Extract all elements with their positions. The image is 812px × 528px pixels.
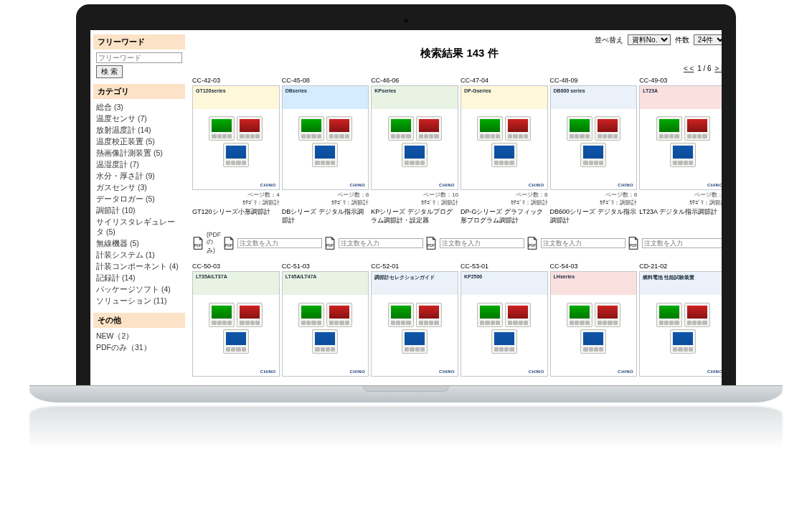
category-item[interactable]: 放射温度計 (14) bbox=[96, 125, 182, 136]
svg-text:PDF: PDF bbox=[630, 243, 637, 248]
pdf-icon[interactable]: PDF bbox=[628, 237, 639, 250]
sort-select[interactable]: 資料No. bbox=[628, 34, 671, 45]
product-code: CC-46-06 bbox=[371, 77, 458, 84]
category-item[interactable]: サイリスタレギュレータ (5) bbox=[96, 217, 182, 238]
screen-bezel: フリーワード 検 索 カテゴリ 総合 (3)温度センサ (7)放射温度計 (14… bbox=[76, 4, 736, 385]
product-code: CC-49-03 bbox=[639, 77, 722, 84]
category-item[interactable]: 水分・厚さ計 (9) bbox=[96, 171, 182, 182]
freeword-input[interactable] bbox=[96, 52, 182, 63]
quantity-row: PDF (PDFのみ)PDF PDF PDF PDF PDF bbox=[192, 231, 722, 255]
pdf-icon[interactable]: PDF bbox=[425, 237, 437, 250]
product-thumbnail[interactable]: KP2500 bbox=[461, 271, 548, 376]
product-thumbnail[interactable]: LHseries bbox=[550, 271, 638, 376]
product-code: CC-52-01 bbox=[371, 263, 458, 270]
other-item[interactable]: PDFのみ（31） bbox=[96, 342, 182, 354]
product-card: CD-21-02 燃料電池 性能試験装置 bbox=[639, 263, 722, 376]
product-title[interactable]: DBシリーズ デジタル指示調節計 bbox=[282, 208, 369, 225]
product-title[interactable]: DB600シリーズ デジタル指示調節計 bbox=[550, 208, 638, 225]
category-item[interactable]: ソリューション (11) bbox=[96, 296, 182, 307]
pdf-icon[interactable]: PDF bbox=[527, 237, 538, 250]
product-thumbnail[interactable]: GT120series bbox=[192, 85, 280, 190]
product-thumbnail[interactable]: DBseries bbox=[282, 85, 369, 190]
product-thumbnail[interactable]: DB600 series bbox=[550, 85, 638, 190]
product-title[interactable]: GT120シリーズ小形調節計 bbox=[192, 208, 280, 225]
sort-label: 並べ替え bbox=[595, 35, 623, 45]
other-item[interactable]: NEW（2） bbox=[96, 331, 182, 342]
product-code: CC-53-01 bbox=[461, 263, 548, 270]
other-list: NEW（2）PDFのみ（31） bbox=[96, 331, 182, 354]
sidebar: フリーワード 検 索 カテゴリ 総合 (3)温度センサ (7)放射温度計 (14… bbox=[90, 30, 188, 385]
qty-input[interactable] bbox=[642, 238, 722, 248]
svg-text:PDF: PDF bbox=[225, 243, 232, 248]
category-item[interactable]: 総合 (3) bbox=[96, 102, 182, 113]
category-item[interactable]: 計装コンポーネント (4) bbox=[96, 261, 182, 273]
per-select[interactable]: 24件 bbox=[694, 34, 722, 45]
screen: フリーワード 検 索 カテゴリ 総合 (3)温度センサ (7)放射温度計 (14… bbox=[90, 30, 722, 385]
product-thumbnail[interactable]: 調節計セレクションガイド bbox=[371, 271, 458, 376]
product-thumbnail[interactable]: LT45A/LT47A bbox=[282, 271, 369, 376]
category-list: 総合 (3)温度センサ (7)放射温度計 (14)温度校正装置 (5)熱画像計測… bbox=[96, 102, 182, 307]
svg-text:PDF: PDF bbox=[326, 243, 334, 248]
category-item[interactable]: ガスセンサ (3) bbox=[96, 182, 182, 194]
product-card: CC-42-03 GT120series ページ数：4ｶﾃｺﾞﾘ：調節計 GT1… bbox=[192, 77, 280, 225]
reflection bbox=[29, 406, 783, 449]
qty-bar: PDF bbox=[324, 231, 423, 255]
result-title: 検索結果 143 件 bbox=[192, 47, 722, 60]
category-item[interactable]: 調節計 (10) bbox=[96, 205, 182, 217]
product-title[interactable]: DP-Gシリーズ グラフィック形プログラム調節計 bbox=[461, 208, 548, 225]
product-meta: ページ数：8ｶﾃｺﾞﾘ：調節計 bbox=[550, 192, 638, 207]
category-item[interactable]: パッケージソフト (4) bbox=[96, 284, 182, 296]
pdf-icon[interactable]: PDF bbox=[223, 237, 235, 250]
search-button[interactable]: 検 索 bbox=[96, 65, 123, 78]
category-item[interactable]: 温度校正装置 (5) bbox=[96, 136, 182, 148]
laptop-mock: フリーワード 検 索 カテゴリ 総合 (3)温度センサ (7)放射温度計 (14… bbox=[76, 4, 736, 453]
pager: < < 1 / 6 > > bbox=[192, 65, 722, 72]
product-meta: ページ数：4ｶﾃｺﾞﾘ：調節計 bbox=[192, 192, 280, 207]
product-card: CC-50-03 LT35A/LT37A bbox=[192, 263, 280, 376]
product-thumbnail[interactable]: 燃料電池 性能試験装置 bbox=[639, 271, 722, 376]
pager-next[interactable]: > > bbox=[713, 65, 722, 72]
laptop-base bbox=[29, 385, 783, 402]
category-item[interactable]: 温湿度計 (7) bbox=[96, 159, 182, 171]
pdf-icon[interactable]: PDF bbox=[192, 237, 204, 250]
qty-bar: PDF bbox=[527, 231, 625, 255]
product-thumbnail[interactable]: LT35A/LT37A bbox=[192, 271, 280, 376]
product-thumbnail[interactable]: LT23A bbox=[639, 85, 722, 190]
product-card: CC-47-04 DP-Gseries ページ数：8ｶﾃｺﾞﾘ：調節計 DP-G… bbox=[461, 77, 548, 225]
category-item[interactable]: 温度センサ (7) bbox=[96, 113, 182, 125]
product-code: CC-48-09 bbox=[550, 77, 638, 84]
qty-input[interactable] bbox=[541, 238, 625, 248]
freeword-heading: フリーワード bbox=[93, 34, 185, 50]
svg-text:PDF: PDF bbox=[428, 243, 435, 248]
qty-input[interactable] bbox=[237, 238, 322, 248]
product-code: CD-21-02 bbox=[639, 263, 722, 270]
product-code: CC-42-03 bbox=[192, 77, 280, 84]
category-item[interactable]: 無線機器 (5) bbox=[96, 238, 182, 250]
category-item[interactable]: データロガー (5) bbox=[96, 194, 182, 205]
product-thumbnail[interactable]: KPseries bbox=[371, 85, 458, 190]
qty-bar: PDF bbox=[223, 231, 322, 255]
category-item[interactable]: 記録計 (14) bbox=[96, 273, 182, 284]
pager-prev[interactable]: < < bbox=[682, 65, 695, 72]
product-card: CC-51-03 LT45A/LT47A bbox=[282, 263, 369, 376]
pager-position: 1 / 6 bbox=[697, 65, 711, 72]
product-code: CC-47-04 bbox=[461, 77, 548, 84]
product-grid-2: CC-50-03 LT35A/LT37A CC-51-03 LT45A/LT47… bbox=[192, 263, 722, 376]
category-item[interactable]: 計装システム (1) bbox=[96, 250, 182, 261]
product-card: CC-46-06 KPseries ページ数：10ｶﾃｺﾞﾘ：調節計 KPシリー… bbox=[371, 77, 458, 225]
product-title[interactable]: KPシリーズ デジタルプログラム調節計・設定器 bbox=[371, 208, 458, 225]
other-heading: その他 bbox=[93, 313, 185, 328]
main-content: 並べ替え 資料No. 件数 24件 検索結果 143 件 < < 1 / 6 bbox=[188, 30, 722, 385]
product-meta: ページ数：8ｶﾃｺﾞﾘ：調節計 bbox=[461, 192, 548, 207]
product-title[interactable]: LT23A デジタル指示調節計 bbox=[639, 208, 722, 225]
product-code: CC-45-08 bbox=[282, 77, 369, 84]
product-code: CC-51-03 bbox=[282, 263, 369, 270]
product-card: CC-52-01 調節計セレクションガイド bbox=[371, 263, 458, 376]
product-thumbnail[interactable]: DP-Gseries bbox=[461, 85, 548, 190]
qty-input[interactable] bbox=[339, 238, 423, 248]
per-label: 件数 bbox=[675, 35, 689, 45]
category-item[interactable]: 熱画像計測装置 (5) bbox=[96, 148, 182, 159]
qty-input[interactable] bbox=[440, 238, 524, 248]
pdf-icon[interactable]: PDF bbox=[324, 237, 336, 250]
product-card: CC-53-01 KP2500 bbox=[461, 263, 548, 376]
